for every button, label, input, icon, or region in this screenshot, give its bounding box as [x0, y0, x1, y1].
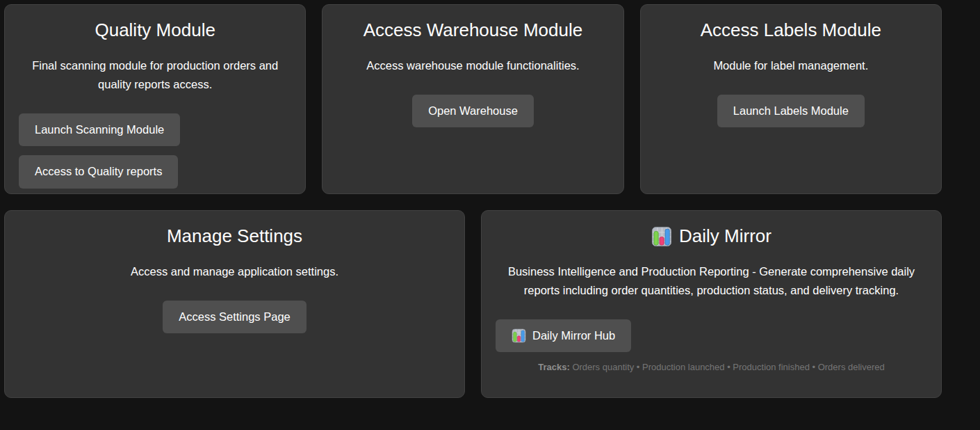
daily-mirror-buttons: Daily Mirror Hub	[496, 319, 927, 352]
access-quality-reports-button[interactable]: Access to Quality reports	[19, 155, 178, 188]
module-dashboard: Quality Module Final scanning module for…	[4, 4, 942, 398]
launch-scanning-module-button[interactable]: Launch Scanning Module	[19, 113, 180, 146]
daily-mirror-hub-button-label: Daily Mirror Hub	[532, 328, 615, 343]
access-settings-page-button[interactable]: Access Settings Page	[163, 301, 307, 333]
bottom-row: Manage Settings Access and manage applic…	[4, 210, 942, 398]
top-row: Quality Module Final scanning module for…	[4, 4, 942, 194]
quality-module-buttons: Launch Scanning Module Access to Quality…	[19, 113, 291, 189]
labels-module-description: Module for label management.	[655, 56, 927, 75]
quality-module-description: Final scanning module for production ord…	[19, 56, 291, 94]
tracks-label: Tracks:	[538, 362, 570, 372]
warehouse-module-card: Access Warehouse Module Access warehouse…	[322, 4, 623, 194]
bar-chart-icon	[651, 226, 672, 247]
quality-module-card: Quality Module Final scanning module for…	[4, 4, 306, 194]
bar-chart-icon	[512, 328, 526, 343]
daily-mirror-card: Daily Mirror Business Intelligence and P…	[481, 210, 942, 398]
labels-module-buttons: Launch Labels Module	[655, 95, 927, 127]
daily-mirror-title-text: Daily Mirror	[679, 225, 771, 248]
daily-mirror-hub-button[interactable]: Daily Mirror Hub	[496, 319, 631, 352]
warehouse-module-description: Access warehouse module functionalities.	[336, 56, 609, 75]
labels-module-card: Access Labels Module Module for label ma…	[640, 4, 942, 194]
quality-module-title: Quality Module	[19, 19, 291, 42]
manage-settings-description: Access and manage application settings.	[19, 262, 450, 281]
manage-settings-card: Manage Settings Access and manage applic…	[4, 210, 465, 398]
warehouse-module-title: Access Warehouse Module	[336, 19, 609, 42]
daily-mirror-description: Business Intelligence and Production Rep…	[496, 262, 927, 300]
manage-settings-title: Manage Settings	[19, 225, 450, 248]
open-warehouse-button[interactable]: Open Warehouse	[412, 95, 534, 127]
daily-mirror-title: Daily Mirror	[496, 225, 927, 248]
manage-settings-buttons: Access Settings Page	[19, 301, 450, 333]
tracks-line: Tracks: Orders quantity • Production lau…	[496, 362, 927, 372]
tracks-items: Orders quantity • Production launched • …	[572, 362, 884, 372]
warehouse-module-buttons: Open Warehouse	[336, 95, 609, 127]
labels-module-title: Access Labels Module	[655, 19, 927, 42]
launch-labels-module-button[interactable]: Launch Labels Module	[717, 95, 865, 127]
